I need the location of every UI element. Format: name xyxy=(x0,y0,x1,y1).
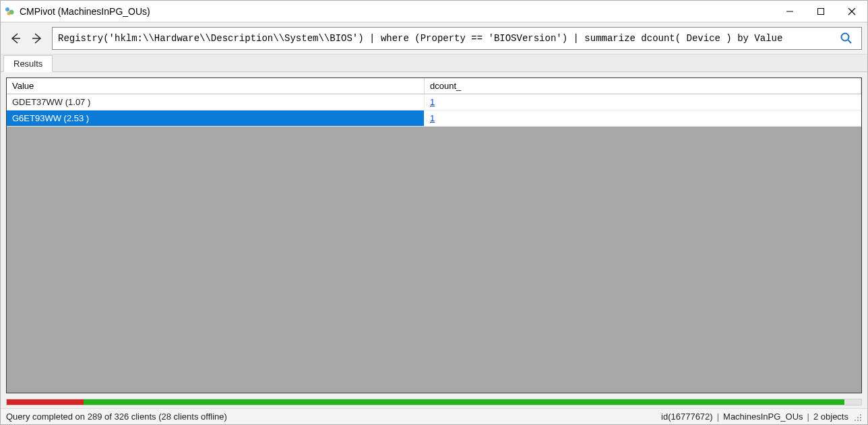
svg-point-9 xyxy=(842,34,849,41)
statusbar: Query completed on 289 of 326 clients (2… xyxy=(1,408,867,424)
table-row[interactable]: G6ET93WW (2.53 ) 1 xyxy=(7,110,861,127)
svg-point-0 xyxy=(5,7,9,11)
tab-results[interactable]: Results xyxy=(3,55,53,72)
table-row[interactable]: GDET37WW (1.07 ) 1 xyxy=(7,94,861,110)
cell-value: G6ET93WW (2.53 ) xyxy=(7,110,425,126)
query-input[interactable]: Registry('hklm:\\Hardware\\Description\\… xyxy=(52,27,862,50)
cell-dcount: 1 xyxy=(425,110,861,126)
svg-point-12 xyxy=(857,417,859,418)
progress-succeeded xyxy=(84,399,844,405)
progress-bar xyxy=(6,399,862,405)
maximize-button[interactable] xyxy=(805,1,836,22)
cell-value: GDET37WW (1.07 ) xyxy=(7,94,425,110)
status-objects: 2 objects xyxy=(813,412,848,422)
app-icon xyxy=(5,6,16,17)
run-query-button[interactable] xyxy=(837,29,856,48)
tabstrip: Results xyxy=(1,55,867,72)
svg-point-16 xyxy=(860,420,861,421)
close-button[interactable] xyxy=(836,1,867,22)
svg-line-10 xyxy=(848,40,852,44)
titlebar: CMPivot (MachinesInPG_OUs) xyxy=(1,1,867,22)
window-title: CMPivot (MachinesInPG_OUs) xyxy=(20,6,774,17)
grid-header: Value dcount_ xyxy=(7,78,861,94)
minimize-button[interactable] xyxy=(774,1,805,22)
content-area: Value dcount_ GDET37WW (1.07 ) 1 G6ET93W… xyxy=(1,72,867,399)
status-id: id(16777672) xyxy=(661,412,713,422)
status-separator: | xyxy=(713,412,723,422)
window-controls xyxy=(774,1,867,22)
progress-remaining xyxy=(844,399,861,405)
resize-grip-icon[interactable] xyxy=(852,412,862,422)
status-message: Query completed on 289 of 326 clients (2… xyxy=(6,412,661,422)
svg-point-11 xyxy=(860,414,861,416)
dcount-link[interactable]: 1 xyxy=(430,113,435,123)
query-text[interactable]: Registry('hklm:\\Hardware\\Description\\… xyxy=(58,33,837,44)
status-collection: MachinesInPG_OUs xyxy=(723,412,803,422)
back-button[interactable] xyxy=(6,26,25,51)
column-header-dcount[interactable]: dcount_ xyxy=(425,78,861,94)
forward-button[interactable] xyxy=(28,26,46,51)
progress-failed xyxy=(7,399,84,405)
grid-body[interactable]: GDET37WW (1.07 ) 1 G6ET93WW (2.53 ) 1 xyxy=(7,94,861,393)
dcount-link[interactable]: 1 xyxy=(430,97,435,107)
svg-point-13 xyxy=(860,417,861,418)
svg-point-14 xyxy=(855,420,856,421)
status-separator: | xyxy=(803,412,813,422)
results-grid: Value dcount_ GDET37WW (1.07 ) 1 G6ET93W… xyxy=(6,77,862,393)
svg-rect-4 xyxy=(818,8,824,14)
svg-point-2 xyxy=(7,11,11,15)
cell-dcount: 1 xyxy=(425,94,861,110)
column-header-value[interactable]: Value xyxy=(7,78,425,94)
toolbar: Registry('hklm:\\Hardware\\Description\\… xyxy=(1,22,867,55)
svg-point-15 xyxy=(857,420,859,421)
